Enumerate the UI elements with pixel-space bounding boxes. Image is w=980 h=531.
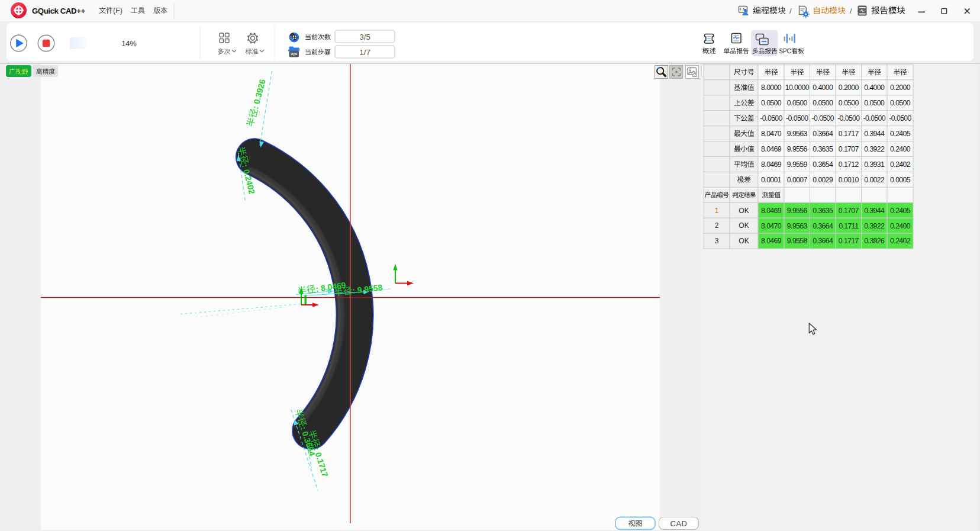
svg-text:0.2402: 0.2402	[890, 160, 911, 169]
svg-text:1/7: 1/7	[359, 48, 370, 57]
svg-text:-0.0500: -0.0500	[837, 114, 860, 123]
svg-text:OK: OK	[739, 237, 749, 245]
svg-text:/: /	[850, 7, 852, 15]
svg-text:/: /	[789, 7, 792, 15]
svg-text:8.0469: 8.0469	[761, 160, 782, 169]
svg-text:3/5: 3/5	[359, 33, 370, 41]
svg-text:9.9563: 9.9563	[787, 130, 808, 138]
svg-text:0.0010: 0.0010	[839, 176, 859, 184]
svg-text:0.1717: 0.1717	[839, 237, 859, 245]
svg-text:0.0001: 0.0001	[761, 176, 782, 184]
svg-text:GQuick CAD++: GQuick CAD++	[32, 7, 85, 15]
svg-text:-0.0500: -0.0500	[760, 114, 782, 123]
svg-text:3: 3	[715, 237, 719, 245]
svg-text:8.0469: 8.0469	[761, 207, 782, 215]
svg-text:0.0500: 0.0500	[787, 99, 808, 107]
svg-text:0.1711: 0.1711	[839, 222, 859, 230]
svg-text:0.0500: 0.0500	[839, 99, 859, 107]
svg-text:0.0005: 0.0005	[890, 176, 911, 184]
svg-text:0.2400: 0.2400	[890, 145, 911, 153]
svg-text:0.1707: 0.1707	[839, 145, 859, 153]
svg-text:8.0470: 8.0470	[761, 222, 782, 230]
svg-text:0.3635: 0.3635	[813, 207, 833, 215]
svg-text:0.2405: 0.2405	[890, 130, 911, 138]
svg-text:9.9558: 9.9558	[787, 237, 808, 245]
svg-text:0.3664: 0.3664	[813, 237, 833, 245]
svg-text:0.3922: 0.3922	[864, 145, 885, 153]
svg-text:OK: OK	[739, 207, 749, 215]
svg-text:0.3926: 0.3926	[864, 237, 885, 245]
svg-text:0.3944: 0.3944	[864, 130, 885, 138]
svg-text:9.9563: 9.9563	[787, 222, 808, 230]
svg-text:0.1717: 0.1717	[839, 130, 859, 138]
svg-text:0.3944: 0.3944	[864, 207, 885, 215]
svg-text:0.0500: 0.0500	[890, 99, 911, 107]
svg-text:8.0470: 8.0470	[761, 130, 782, 138]
svg-text:-0.0500: -0.0500	[812, 114, 834, 123]
svg-text:0.2000: 0.2000	[890, 83, 911, 92]
svg-text:OK: OK	[739, 221, 749, 230]
svg-text:-0.0500: -0.0500	[786, 114, 808, 123]
svg-text:0.2405: 0.2405	[890, 207, 911, 215]
svg-text:-0.0500: -0.0500	[863, 114, 886, 123]
svg-text:0.2000: 0.2000	[839, 83, 859, 92]
svg-text:0.4000: 0.4000	[864, 83, 885, 92]
svg-text:9.9556: 9.9556	[787, 207, 808, 215]
svg-text:0.3931: 0.3931	[864, 160, 885, 169]
svg-text:0.3664: 0.3664	[813, 130, 833, 138]
svg-text:14%: 14%	[121, 39, 137, 48]
svg-text:8.0469: 8.0469	[761, 237, 782, 245]
svg-text:9.9559: 9.9559	[787, 160, 808, 169]
svg-text:0.2400: 0.2400	[890, 222, 911, 230]
svg-text:0.3654: 0.3654	[813, 160, 833, 169]
svg-text:0.0007: 0.0007	[787, 176, 808, 184]
svg-text:0.3635: 0.3635	[813, 145, 833, 153]
svg-text:8.0469: 8.0469	[761, 145, 782, 153]
svg-text:0.0029: 0.0029	[813, 176, 833, 184]
svg-text:1: 1	[715, 207, 719, 215]
svg-text:8.0000: 8.0000	[761, 83, 782, 92]
svg-text:0.3664: 0.3664	[813, 222, 833, 230]
svg-text:(F): (F)	[113, 7, 122, 15]
svg-text:</>: </>	[291, 52, 297, 57]
svg-text:0.0500: 0.0500	[864, 99, 885, 107]
svg-text:0.2402: 0.2402	[890, 237, 911, 245]
svg-text:0.1712: 0.1712	[839, 160, 859, 169]
svg-text:0.3922: 0.3922	[864, 222, 885, 230]
svg-text:9.9556: 9.9556	[787, 145, 808, 153]
svg-text:0.0022: 0.0022	[864, 176, 885, 184]
svg-text:0.1707: 0.1707	[839, 207, 859, 215]
svg-text:0.0500: 0.0500	[813, 99, 833, 107]
svg-text:-0.0500: -0.0500	[889, 114, 911, 123]
svg-text:2: 2	[715, 221, 719, 230]
svg-text:0.0500: 0.0500	[761, 99, 782, 107]
svg-text:10.0000: 10.0000	[785, 83, 810, 92]
svg-text:0.4000: 0.4000	[813, 83, 833, 92]
svg-text:SPC: SPC	[779, 48, 791, 54]
svg-text:CAD: CAD	[670, 519, 688, 528]
